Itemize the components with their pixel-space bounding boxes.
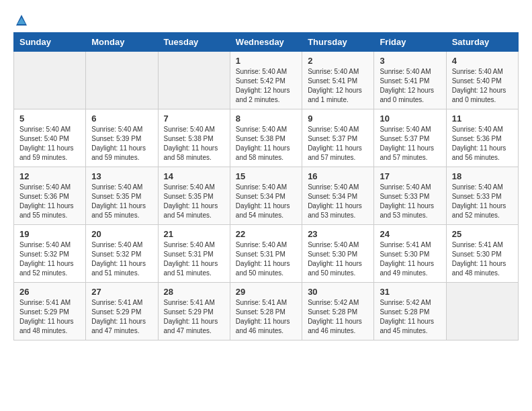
calendar-cell: 11Sunrise: 5:40 AM Sunset: 5:36 PM Dayli… [446, 109, 518, 167]
calendar-cell: 29Sunrise: 5:41 AM Sunset: 5:28 PM Dayli… [230, 283, 302, 340]
day-info: Sunrise: 5:40 AM Sunset: 5:32 PM Dayligh… [91, 240, 152, 278]
calendar-cell: 20Sunrise: 5:40 AM Sunset: 5:32 PM Dayli… [86, 225, 158, 283]
day-number: 22 [236, 229, 296, 239]
day-info: Sunrise: 5:40 AM Sunset: 5:35 PM Dayligh… [164, 183, 224, 220]
calendar-cell: 4Sunrise: 5:40 AM Sunset: 5:40 PM Daylig… [446, 52, 518, 109]
day-info: Sunrise: 5:40 AM Sunset: 5:34 PM Dayligh… [308, 183, 368, 220]
day-info: Sunrise: 5:40 AM Sunset: 5:35 PM Dayligh… [91, 183, 152, 220]
day-number: 23 [308, 229, 368, 239]
day-info: Sunrise: 5:42 AM Sunset: 5:28 PM Dayligh… [380, 298, 440, 336]
calendar-week-row: 26Sunrise: 5:41 AM Sunset: 5:29 PM Dayli… [14, 283, 519, 340]
day-info: Sunrise: 5:40 AM Sunset: 5:37 PM Dayligh… [308, 125, 368, 163]
day-number: 21 [164, 229, 224, 239]
calendar-header-row: SundayMondayTuesdayWednesdayThursdayFrid… [14, 33, 519, 52]
day-number: 24 [380, 229, 440, 239]
column-header-wednesday: Wednesday [230, 33, 302, 52]
calendar-cell: 2Sunrise: 5:40 AM Sunset: 5:41 PM Daylig… [302, 52, 374, 109]
calendar-cell: 14Sunrise: 5:40 AM Sunset: 5:35 PM Dayli… [158, 167, 230, 225]
day-number: 17 [380, 171, 440, 181]
day-info: Sunrise: 5:40 AM Sunset: 5:30 PM Dayligh… [308, 240, 368, 278]
calendar-cell: 7Sunrise: 5:40 AM Sunset: 5:38 PM Daylig… [158, 109, 230, 167]
day-number: 15 [236, 171, 296, 181]
calendar-table: SundayMondayTuesdayWednesdayThursdayFrid… [13, 32, 519, 340]
calendar-cell: 24Sunrise: 5:41 AM Sunset: 5:30 PM Dayli… [374, 225, 446, 283]
day-info: Sunrise: 5:40 AM Sunset: 5:38 PM Dayligh… [164, 125, 224, 163]
day-number: 13 [91, 171, 152, 181]
calendar-cell: 23Sunrise: 5:40 AM Sunset: 5:30 PM Dayli… [302, 225, 374, 283]
day-number: 12 [19, 171, 80, 181]
day-number: 30 [308, 287, 368, 297]
day-info: Sunrise: 5:40 AM Sunset: 5:36 PM Dayligh… [452, 125, 513, 163]
day-info: Sunrise: 5:40 AM Sunset: 5:36 PM Dayligh… [19, 183, 80, 220]
day-info: Sunrise: 5:40 AM Sunset: 5:42 PM Dayligh… [236, 67, 296, 105]
day-number: 4 [452, 56, 513, 66]
calendar-cell: 15Sunrise: 5:40 AM Sunset: 5:34 PM Dayli… [230, 167, 302, 225]
calendar-cell: 21Sunrise: 5:40 AM Sunset: 5:31 PM Dayli… [158, 225, 230, 283]
day-info: Sunrise: 5:40 AM Sunset: 5:32 PM Dayligh… [19, 240, 80, 278]
day-info: Sunrise: 5:40 AM Sunset: 5:33 PM Dayligh… [380, 183, 440, 220]
calendar-cell: 26Sunrise: 5:41 AM Sunset: 5:29 PM Dayli… [14, 283, 86, 340]
calendar-cell: 17Sunrise: 5:40 AM Sunset: 5:33 PM Dayli… [374, 167, 446, 225]
calendar-cell [14, 52, 86, 109]
day-info: Sunrise: 5:40 AM Sunset: 5:37 PM Dayligh… [380, 125, 440, 163]
page-header [13, 13, 519, 27]
day-info: Sunrise: 5:41 AM Sunset: 5:30 PM Dayligh… [452, 240, 513, 278]
day-number: 29 [236, 287, 296, 297]
day-number: 18 [452, 171, 513, 181]
calendar-week-row: 1Sunrise: 5:40 AM Sunset: 5:42 PM Daylig… [14, 52, 519, 109]
day-info: Sunrise: 5:42 AM Sunset: 5:28 PM Dayligh… [308, 298, 368, 336]
calendar-cell: 9Sunrise: 5:40 AM Sunset: 5:37 PM Daylig… [302, 109, 374, 167]
calendar-cell: 18Sunrise: 5:40 AM Sunset: 5:33 PM Dayli… [446, 167, 518, 225]
day-info: Sunrise: 5:40 AM Sunset: 5:33 PM Dayligh… [452, 183, 513, 220]
column-header-saturday: Saturday [446, 33, 518, 52]
day-info: Sunrise: 5:40 AM Sunset: 5:31 PM Dayligh… [236, 240, 296, 278]
day-info: Sunrise: 5:41 AM Sunset: 5:29 PM Dayligh… [91, 298, 152, 336]
day-number: 8 [236, 113, 296, 124]
calendar-cell: 1Sunrise: 5:40 AM Sunset: 5:42 PM Daylig… [230, 52, 302, 109]
day-info: Sunrise: 5:41 AM Sunset: 5:28 PM Dayligh… [236, 298, 296, 336]
calendar-cell: 30Sunrise: 5:42 AM Sunset: 5:28 PM Dayli… [302, 283, 374, 340]
day-info: Sunrise: 5:40 AM Sunset: 5:39 PM Dayligh… [91, 125, 152, 163]
calendar-cell: 6Sunrise: 5:40 AM Sunset: 5:39 PM Daylig… [86, 109, 158, 167]
logo [13, 13, 28, 27]
day-number: 3 [380, 56, 440, 66]
column-header-tuesday: Tuesday [158, 33, 230, 52]
day-number: 14 [164, 171, 224, 181]
calendar-cell: 31Sunrise: 5:42 AM Sunset: 5:28 PM Dayli… [374, 283, 446, 340]
day-number: 19 [19, 229, 80, 239]
calendar-cell: 16Sunrise: 5:40 AM Sunset: 5:34 PM Dayli… [302, 167, 374, 225]
calendar-cell: 25Sunrise: 5:41 AM Sunset: 5:30 PM Dayli… [446, 225, 518, 283]
calendar-week-row: 12Sunrise: 5:40 AM Sunset: 5:36 PM Dayli… [14, 167, 519, 225]
day-number: 16 [308, 171, 368, 181]
calendar-cell: 19Sunrise: 5:40 AM Sunset: 5:32 PM Dayli… [14, 225, 86, 283]
day-number: 1 [236, 56, 296, 66]
day-info: Sunrise: 5:40 AM Sunset: 5:34 PM Dayligh… [236, 183, 296, 220]
day-info: Sunrise: 5:40 AM Sunset: 5:31 PM Dayligh… [164, 240, 224, 278]
day-number: 10 [380, 113, 440, 124]
day-number: 7 [164, 113, 224, 124]
day-number: 2 [308, 56, 368, 66]
day-info: Sunrise: 5:40 AM Sunset: 5:38 PM Dayligh… [236, 125, 296, 163]
column-header-monday: Monday [86, 33, 158, 52]
day-number: 31 [380, 287, 440, 297]
day-number: 11 [452, 113, 513, 124]
day-number: 5 [19, 113, 80, 124]
calendar-cell: 22Sunrise: 5:40 AM Sunset: 5:31 PM Dayli… [230, 225, 302, 283]
day-info: Sunrise: 5:40 AM Sunset: 5:41 PM Dayligh… [308, 67, 368, 105]
column-header-friday: Friday [374, 33, 446, 52]
day-info: Sunrise: 5:40 AM Sunset: 5:41 PM Dayligh… [380, 67, 440, 105]
calendar-week-row: 19Sunrise: 5:40 AM Sunset: 5:32 PM Dayli… [14, 225, 519, 283]
day-number: 9 [308, 113, 368, 124]
calendar-cell: 13Sunrise: 5:40 AM Sunset: 5:35 PM Dayli… [86, 167, 158, 225]
day-number: 27 [91, 287, 152, 297]
calendar-cell: 3Sunrise: 5:40 AM Sunset: 5:41 PM Daylig… [374, 52, 446, 109]
day-info: Sunrise: 5:40 AM Sunset: 5:40 PM Dayligh… [19, 125, 80, 163]
day-number: 25 [452, 229, 513, 239]
column-header-sunday: Sunday [14, 33, 86, 52]
calendar-cell: 5Sunrise: 5:40 AM Sunset: 5:40 PM Daylig… [14, 109, 86, 167]
calendar-cell: 10Sunrise: 5:40 AM Sunset: 5:37 PM Dayli… [374, 109, 446, 167]
logo-icon [15, 13, 28, 27]
calendar-cell [446, 283, 518, 340]
day-info: Sunrise: 5:41 AM Sunset: 5:30 PM Dayligh… [380, 240, 440, 278]
day-number: 26 [19, 287, 80, 297]
